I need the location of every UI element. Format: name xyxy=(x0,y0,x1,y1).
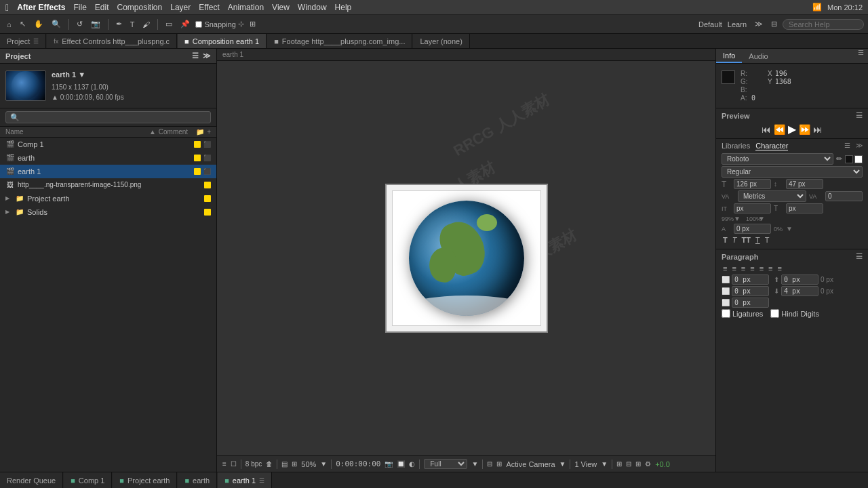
tracking-select[interactable]: Metrics xyxy=(738,190,806,202)
zoom-dropdown-icon[interactable]: ▼ xyxy=(320,460,327,468)
snapping-checkbox[interactable] xyxy=(195,21,202,28)
viewer-toggle[interactable]: ⊟ xyxy=(768,19,780,29)
list-item[interactable]: 🎬 earth ⬛ xyxy=(0,151,216,165)
justify-center[interactable]: ≡ xyxy=(758,264,765,273)
char-panel-options[interactable]: ☰ xyxy=(844,142,850,150)
viewer-render-btn[interactable]: ☐ xyxy=(231,460,237,468)
viewer-extra1[interactable]: ▤ xyxy=(281,460,288,468)
preview-play-btn[interactable]: ▶ xyxy=(788,123,796,136)
list-item[interactable]: ▶ 📁 Solids xyxy=(0,205,216,219)
zoom-percent[interactable]: 50% xyxy=(301,460,316,468)
font-style-select[interactable]: Regular xyxy=(722,166,863,178)
tab-composition[interactable]: ■ Composition earth 1 xyxy=(178,34,267,48)
project-panel-options[interactable]: ☰ xyxy=(192,52,199,60)
swatch-2[interactable] xyxy=(854,155,863,163)
justify-right[interactable]: ≡ xyxy=(767,264,774,273)
menu-edit[interactable]: Edit xyxy=(95,3,109,12)
font-family-select[interactable]: Roboto xyxy=(722,153,833,165)
project-search-input[interactable] xyxy=(5,111,211,123)
home-btn[interactable]: ⌂ xyxy=(4,20,14,29)
viewer-more2[interactable]: ⊟ xyxy=(626,460,631,468)
para-first-indent[interactable] xyxy=(732,298,769,308)
tab-audio[interactable]: Audio xyxy=(742,49,774,63)
preview-back-btn[interactable]: ⏪ xyxy=(774,124,785,135)
tab-character[interactable]: Character xyxy=(755,142,788,150)
pointer-btn[interactable]: ↖ xyxy=(17,19,28,29)
ligatures-check[interactable] xyxy=(722,309,730,318)
exposure-btn[interactable]: ◐ xyxy=(409,460,415,468)
style-btn-1[interactable]: T xyxy=(722,235,729,245)
style-btn-4[interactable]: T xyxy=(754,235,762,245)
para-indent-left[interactable] xyxy=(732,286,769,296)
add-item-icon[interactable]: + xyxy=(207,128,211,136)
tab-comp1[interactable]: ■ Comp 1 xyxy=(64,472,112,488)
tab-effect-controls[interactable]: fx Effect Controls http___pluspng.c xyxy=(47,34,177,48)
align-center[interactable]: ≡ xyxy=(730,264,737,273)
viewer-more4[interactable]: ⚙ xyxy=(645,460,651,468)
menu-effect[interactable]: Effect xyxy=(199,3,219,12)
justify-all[interactable]: ≡ xyxy=(776,264,783,273)
search-input[interactable] xyxy=(783,19,864,30)
align-left[interactable]: ≡ xyxy=(722,264,728,273)
style-btn-3[interactable]: TT xyxy=(740,235,751,245)
list-item[interactable]: 🖼 http____.ng-transparent-image-1150.png xyxy=(0,178,216,192)
viewer-grid1[interactable]: ⊟ xyxy=(487,460,492,468)
char-panel-expand[interactable]: ≫ xyxy=(856,142,863,150)
rect-btn[interactable]: ▭ xyxy=(163,19,175,29)
viewer-settings[interactable]: ≡ xyxy=(222,460,226,468)
tab-info[interactable]: Info xyxy=(716,49,742,63)
tab-earth[interactable]: ■ earth xyxy=(178,472,217,488)
menu-file[interactable]: File xyxy=(73,3,86,12)
quality-dropdown-icon[interactable]: ▼ xyxy=(471,460,478,468)
viewer-more3[interactable]: ⊞ xyxy=(635,460,641,468)
camera-dropdown[interactable]: ▼ xyxy=(559,460,566,468)
menu-layer[interactable]: Layer xyxy=(170,3,191,12)
trash-icon[interactable]: 🗑 xyxy=(266,460,273,468)
preview-options[interactable]: ☰ xyxy=(856,111,863,120)
zoom-btn[interactable]: 🔍 xyxy=(49,19,64,29)
brush-btn[interactable]: 🖌 xyxy=(140,20,153,29)
font-edit-icon[interactable]: ✏ xyxy=(836,155,842,163)
expand-btn[interactable]: ⊞ xyxy=(247,19,258,29)
show-snapshot-btn[interactable]: 🔲 xyxy=(397,460,405,468)
menu-view[interactable]: View xyxy=(272,3,290,12)
learn-btn[interactable]: Learn xyxy=(725,20,749,29)
tab-render-queue[interactable]: Render Queue xyxy=(0,472,63,488)
width-input[interactable] xyxy=(734,203,771,214)
viewer-more1[interactable]: ⊞ xyxy=(616,460,622,468)
preview-fwd-btn[interactable]: ⏩ xyxy=(799,124,810,135)
menu-animation[interactable]: Animation xyxy=(228,3,264,12)
para-space-before[interactable] xyxy=(781,274,818,285)
project-panel-expand[interactable]: ≫ xyxy=(203,52,211,60)
paragraph-options[interactable]: ☰ xyxy=(856,252,863,261)
panel-options[interactable]: ≫ xyxy=(752,19,766,29)
list-item[interactable]: ▶ 📁 Project earth xyxy=(0,192,216,205)
menu-composition[interactable]: Composition xyxy=(117,3,163,12)
style-btn-5[interactable]: T xyxy=(764,235,771,245)
style-btn-2[interactable]: T xyxy=(731,235,738,245)
apple-icon[interactable]:  xyxy=(5,2,9,13)
align-right[interactable]: ≡ xyxy=(740,264,747,273)
view-label[interactable]: 1 View xyxy=(574,460,597,468)
baseline-input[interactable] xyxy=(734,224,771,234)
tab-libraries[interactable]: Libraries xyxy=(722,142,750,150)
justify-left[interactable]: ≡ xyxy=(749,264,755,273)
para-indent-right[interactable] xyxy=(732,274,769,285)
quality-dropdown[interactable]: Full Half Quarter xyxy=(424,459,467,469)
swatch-1[interactable] xyxy=(845,155,853,163)
tab-footage[interactable]: ■ Footage http____pluspng.com_img... xyxy=(267,34,412,48)
list-item[interactable]: 🎬 earth 1 ⬛ xyxy=(0,165,216,178)
tab-project[interactable]: Project ☰ xyxy=(0,34,46,48)
view-dropdown[interactable]: ▼ xyxy=(601,460,608,468)
preview-first-btn[interactable]: ⏮ xyxy=(762,124,771,135)
tab-layer[interactable]: Layer (none) xyxy=(413,34,469,48)
menu-help[interactable]: Help xyxy=(335,3,352,12)
height-input[interactable] xyxy=(786,203,823,214)
expand-icon-solids[interactable]: ▶ xyxy=(5,209,12,215)
leading-input[interactable] xyxy=(786,179,823,189)
hindi-check[interactable] xyxy=(770,309,779,318)
camera-btn[interactable]: 📷 xyxy=(88,19,103,29)
expand-icon-projearth[interactable]: ▶ xyxy=(5,195,12,201)
viewer-grid2[interactable]: ⊞ xyxy=(496,460,502,468)
preview-last-btn[interactable]: ⏭ xyxy=(813,124,823,135)
